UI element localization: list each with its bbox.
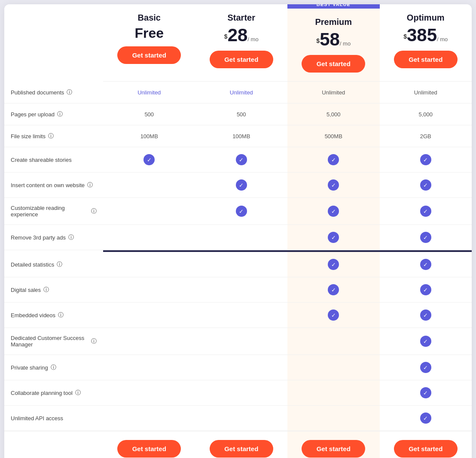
feature-value-2-plan-2: 500MB — [287, 125, 380, 147]
plan-header-optimum: Optimum $385/ mo Get started — [380, 4, 472, 82]
help-icon-6[interactable]: ⓘ — [68, 234, 74, 241]
plan-header-basic: Basic Free Get started — [103, 4, 195, 82]
plan-amount-starter: 28 — [228, 25, 248, 45]
feature-label-8: Digital salesⓘ — [4, 277, 103, 303]
bottom-get-started-premium[interactable]: Get started — [287, 431, 380, 458]
feature-value-11-plan-2 — [287, 355, 380, 380]
plan-amount-optimum: 385 — [407, 25, 437, 45]
feature-label-text-7: Detailed statistics — [11, 261, 54, 268]
feature-value-5-plan-2: ✓ — [287, 198, 380, 225]
feature-value-13-plan-0 — [103, 406, 195, 431]
feature-value-8-plan-2: ✓ — [287, 277, 380, 303]
feature-value-2-plan-1: 100MB — [195, 125, 288, 147]
feature-value-2-plan-0: 100MB — [103, 125, 195, 147]
feature-value-7-plan-3: ✓ — [380, 252, 472, 277]
bottom-get-started-basic[interactable]: Get started — [103, 431, 195, 458]
feature-label-text-12: Collaborate planning tool — [11, 390, 73, 396]
feature-value-6-plan-0 — [103, 225, 195, 250]
feature-value-4-plan-0 — [103, 173, 195, 198]
plan-currency-premium: $ — [316, 37, 320, 44]
feature-value-0-plan-1: Unlimited — [195, 82, 288, 103]
plan-price-premium: $58/ mo — [294, 30, 373, 49]
feature-value-1-plan-1: 500 — [195, 103, 288, 125]
get-started-button-starter[interactable]: Get started — [210, 51, 273, 68]
help-icon-5[interactable]: ⓘ — [91, 207, 97, 215]
bottom-button-optimum[interactable]: Get started — [394, 440, 458, 458]
feature-value-4-plan-1: ✓ — [195, 173, 288, 198]
feature-value-13-plan-1 — [195, 406, 288, 431]
help-icon-0[interactable]: ⓘ — [67, 88, 72, 96]
feature-value-9-plan-3: ✓ — [380, 303, 472, 328]
help-icon-1[interactable]: ⓘ — [57, 110, 63, 118]
feature-value-1-plan-2: 5,000 — [287, 103, 380, 125]
plan-currency-starter: $ — [224, 33, 228, 40]
feature-label-text-0: Published documents — [11, 89, 64, 96]
get-started-button-basic[interactable]: Get started — [117, 46, 181, 64]
best-value-badge: BEST VALUE — [287, 4, 380, 9]
feature-label-5: Customizable reading experienceⓘ — [4, 198, 103, 225]
bottom-button-basic[interactable]: Get started — [117, 440, 181, 458]
feature-value-0-plan-3: Unlimited — [380, 82, 472, 103]
feature-value-7-plan-2: ✓ — [287, 252, 380, 277]
help-icon-4[interactable]: ⓘ — [87, 181, 93, 189]
bottom-button-starter[interactable]: Get started — [210, 440, 273, 458]
feature-label-11: Private sharingⓘ — [4, 355, 103, 380]
plan-price-starter: $28/ mo — [202, 26, 281, 44]
help-icon-12[interactable]: ⓘ — [75, 389, 81, 397]
feature-label-text-2: File size limits — [11, 133, 46, 140]
help-icon-2[interactable]: ⓘ — [48, 132, 54, 140]
feature-value-4-plan-3: ✓ — [380, 173, 472, 198]
plan-currency-optimum: $ — [403, 33, 407, 40]
help-icon-11[interactable]: ⓘ — [51, 364, 56, 371]
pricing-table: Basic Free Get started Starter $28/ mo G… — [4, 4, 472, 458]
feature-value-8-plan-0 — [103, 277, 195, 303]
feature-label-text-8: Digital sales — [11, 287, 41, 293]
feature-label-text-3: Create shareable stories — [11, 157, 72, 163]
feature-value-9-plan-2: ✓ — [287, 303, 380, 328]
get-started-button-premium[interactable]: Get started — [302, 55, 365, 73]
feature-label-0: Published documentsⓘ — [4, 82, 103, 103]
feature-value-12-plan-3: ✓ — [380, 380, 472, 406]
help-icon-9[interactable]: ⓘ — [58, 311, 64, 319]
feature-label-text-1: Pages per upload — [11, 111, 55, 118]
feature-value-11-plan-1 — [195, 355, 288, 380]
feature-label-text-13: Unlimited API access — [11, 415, 63, 422]
feature-value-13-plan-2 — [287, 406, 380, 431]
pricing-table-wrapper: Basic Free Get started Starter $28/ mo G… — [4, 4, 472, 458]
feature-value-5-plan-0 — [103, 198, 195, 225]
feature-value-0-plan-2: Unlimited — [287, 82, 380, 103]
bottom-get-started-optimum[interactable]: Get started — [380, 431, 472, 458]
feature-value-6-plan-1 — [195, 225, 288, 250]
plan-price-optimum: $385/ mo — [386, 26, 466, 44]
bottom-button-premium[interactable]: Get started — [302, 440, 365, 458]
feature-value-10-plan-3: ✓ — [380, 328, 472, 355]
feature-label-1: Pages per uploadⓘ — [4, 103, 103, 125]
feature-value-10-plan-0 — [103, 328, 195, 355]
feature-label-6: Remove 3rd party adsⓘ — [4, 225, 103, 250]
feature-value-9-plan-1 — [195, 303, 288, 328]
help-icon-10[interactable]: ⓘ — [91, 337, 97, 345]
feature-value-11-plan-3: ✓ — [380, 355, 472, 380]
help-icon-8[interactable]: ⓘ — [43, 286, 49, 294]
feature-label-3: Create shareable stories — [4, 147, 103, 173]
help-icon-7[interactable]: ⓘ — [57, 261, 62, 268]
feature-value-3-plan-3: ✓ — [380, 147, 472, 173]
feature-value-7-plan-1 — [195, 252, 288, 277]
feature-label-text-10: Dedicated Customer Success Manager — [11, 335, 88, 348]
feature-value-8-plan-1 — [195, 277, 288, 303]
feature-value-1-plan-0: 500 — [103, 103, 195, 125]
feature-value-12-plan-0 — [103, 380, 195, 406]
feature-value-7-plan-0 — [103, 252, 195, 277]
feature-value-10-plan-1 — [195, 328, 288, 355]
feature-value-0-plan-0: Unlimited — [103, 82, 195, 103]
feature-value-13-plan-3: ✓ — [380, 406, 472, 431]
feature-label-text-5: Customizable reading experience — [11, 205, 88, 218]
feature-value-6-plan-3: ✓ — [380, 225, 472, 250]
get-started-button-optimum[interactable]: Get started — [394, 51, 458, 68]
feature-value-10-plan-2 — [287, 328, 380, 355]
feature-value-5-plan-1: ✓ — [195, 198, 288, 225]
plan-period-premium: / mo — [340, 40, 351, 47]
bottom-get-started-starter[interactable]: Get started — [195, 431, 288, 458]
feature-label-13: Unlimited API access — [4, 406, 103, 431]
plan-price-basic: Free — [110, 26, 189, 40]
